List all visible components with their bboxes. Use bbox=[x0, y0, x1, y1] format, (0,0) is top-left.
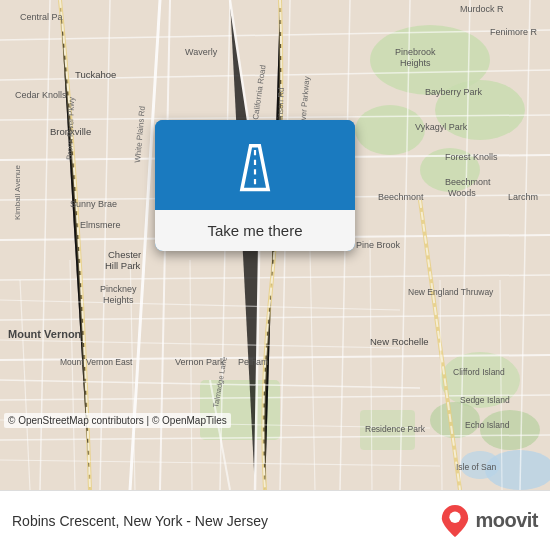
svg-text:New England Thruway: New England Thruway bbox=[408, 287, 494, 297]
svg-text:Fenimore R: Fenimore R bbox=[490, 27, 538, 37]
moovit-logo: moovit bbox=[441, 505, 538, 537]
svg-text:Woods: Woods bbox=[448, 188, 476, 198]
svg-text:Chester: Chester bbox=[108, 249, 141, 260]
svg-text:Pelham: Pelham bbox=[238, 357, 269, 367]
svg-text:Isle of San: Isle of San bbox=[456, 462, 496, 472]
moovit-pin-icon bbox=[441, 505, 469, 537]
svg-text:Bayberry Park: Bayberry Park bbox=[425, 87, 483, 97]
svg-text:Larchm: Larchm bbox=[508, 192, 538, 202]
svg-text:Kimball Avenue: Kimball Avenue bbox=[13, 164, 22, 220]
svg-text:Beechmont: Beechmont bbox=[378, 192, 424, 202]
svg-text:Clifford Island: Clifford Island bbox=[453, 367, 505, 377]
bottom-bar: Robins Crescent, New York - New Jersey m… bbox=[0, 490, 550, 550]
svg-text:Mount Vernon East: Mount Vernon East bbox=[60, 357, 133, 367]
svg-text:Elmsmere: Elmsmere bbox=[80, 220, 121, 230]
svg-text:Residence Park: Residence Park bbox=[365, 424, 426, 434]
svg-text:Hill Park: Hill Park bbox=[105, 260, 141, 271]
location-label: Robins Crescent, New York - New Jersey bbox=[12, 513, 441, 529]
svg-point-89 bbox=[450, 511, 461, 522]
moovit-wordmark: moovit bbox=[475, 509, 538, 532]
svg-text:Sunny Brae: Sunny Brae bbox=[70, 199, 117, 209]
svg-text:Heights: Heights bbox=[400, 58, 431, 68]
take-me-there-button[interactable]: Take me there bbox=[155, 210, 355, 251]
road-icon bbox=[220, 140, 290, 195]
svg-text:Mount Vernon: Mount Vernon bbox=[8, 328, 82, 340]
svg-text:Tuckahoe: Tuckahoe bbox=[75, 69, 116, 80]
navigation-popup: Take me there bbox=[155, 120, 355, 251]
svg-text:New Rochelle: New Rochelle bbox=[370, 336, 429, 347]
svg-text:Pine Brook: Pine Brook bbox=[356, 240, 401, 250]
svg-text:Echo Island: Echo Island bbox=[465, 420, 510, 430]
svg-text:Pinebrook: Pinebrook bbox=[395, 47, 436, 57]
svg-text:Sedge Island: Sedge Island bbox=[460, 395, 510, 405]
map-container[interactable]: Central Pa Murdock R Fenimore R Waverly … bbox=[0, 0, 550, 490]
svg-text:Forest Knolls: Forest Knolls bbox=[445, 152, 498, 162]
svg-text:Beechmont: Beechmont bbox=[445, 177, 491, 187]
svg-text:Central Pa: Central Pa bbox=[20, 12, 63, 22]
svg-text:Heights: Heights bbox=[103, 295, 134, 305]
svg-text:Cedar Knolls: Cedar Knolls bbox=[15, 90, 67, 100]
svg-text:Murdock R: Murdock R bbox=[460, 4, 504, 14]
popup-icon-area bbox=[155, 120, 355, 210]
svg-text:Waverly: Waverly bbox=[185, 47, 218, 57]
svg-point-7 bbox=[480, 410, 540, 450]
svg-text:Vykagyl Park: Vykagyl Park bbox=[415, 122, 468, 132]
svg-text:Pinckney: Pinckney bbox=[100, 284, 137, 294]
map-attribution: © OpenStreetMap contributors | © OpenMap… bbox=[4, 413, 231, 428]
